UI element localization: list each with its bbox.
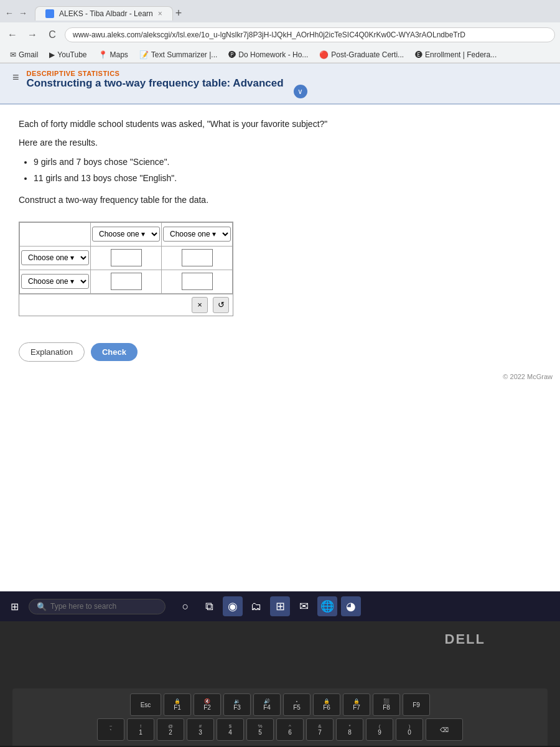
- key-9[interactable]: ( 9: [366, 718, 393, 741]
- taskbar-files[interactable]: 🗂: [246, 596, 266, 616]
- row-header-1-cell[interactable]: Choose one ▾ Boy Girl Total Science Engl…: [20, 246, 91, 270]
- key-f4[interactable]: 🔊 F4: [253, 693, 281, 716]
- undo-button[interactable]: ↺: [213, 297, 229, 313]
- gmail-icon: ✉: [10, 50, 16, 59]
- main-content: ≡ DESCRIPTIVE STATISTICS Constructing a …: [0, 63, 560, 591]
- clear-button[interactable]: ×: [192, 297, 208, 313]
- copyright: © 2022 McGraw: [0, 370, 560, 383]
- row-header-1-select[interactable]: Choose one ▾ Boy Girl Total Science Engl…: [21, 250, 89, 265]
- menu-icon[interactable]: ≡: [12, 71, 19, 84]
- tab-bar: ← → ALEKS - Tiba Albadr - Learn × +: [0, 0, 560, 22]
- key-1[interactable]: ! 1: [127, 718, 154, 741]
- key-5[interactable]: % 5: [246, 718, 274, 741]
- key-f1[interactable]: 🔒 F1: [164, 693, 191, 716]
- row-header-2-select[interactable]: Choose one ▾ Boy Girl Total Science Engl…: [21, 274, 89, 289]
- data-cell-2-1[interactable]: [91, 270, 162, 293]
- key-esc[interactable]: Esc: [130, 693, 161, 716]
- key-f3[interactable]: 🔉 F3: [223, 693, 251, 716]
- taskbar-other[interactable]: ◕: [341, 596, 361, 616]
- key-7[interactable]: & 7: [306, 718, 334, 741]
- data-cell-2-2[interactable]: [162, 270, 233, 293]
- window-controls[interactable]: ← →: [5, 8, 27, 18]
- homework-icon: 🅟: [228, 50, 236, 59]
- bookmark-summarizer-label: Text Summarizer |...: [151, 50, 217, 59]
- back-nav[interactable]: ←: [5, 8, 14, 18]
- taskbar-search[interactable]: 🔍: [29, 599, 166, 614]
- problem-text-1: Each of forty middle school students was…: [19, 117, 541, 131]
- bookmark-gmail-label: Gmail: [19, 50, 38, 59]
- table-header-row: Choose one ▾ Boy Girl Total Science Engl…: [20, 222, 233, 246]
- taskbar: ⊞ 🔍 ○ ⧉ ◉ 🗂 ⊞ ✉ 🌐 ◕: [0, 591, 560, 621]
- bookmark-enrollment[interactable]: 🅔 Enrollment | Federa...: [410, 49, 502, 60]
- key-f9[interactable]: F9: [403, 693, 430, 716]
- taskbar-cortana[interactable]: ○: [175, 596, 195, 616]
- key-3[interactable]: # 3: [187, 718, 214, 741]
- tab-favicon: [45, 9, 54, 18]
- col-header-2-select[interactable]: Choose one ▾ Boy Girl Total Science Engl…: [163, 227, 231, 242]
- taskbar-mail[interactable]: ✉: [294, 596, 314, 616]
- new-tab-button[interactable]: +: [175, 7, 182, 20]
- table-row-2: Choose one ▾ Boy Girl Total Science Engl…: [20, 270, 233, 293]
- key-backspace[interactable]: ⌫: [426, 718, 463, 741]
- key-0[interactable]: ) 0: [396, 718, 423, 741]
- input-2-2[interactable]: [182, 273, 213, 290]
- aleks-title-area: DESCRIPTIVE STATISTICS Constructing a tw…: [27, 70, 284, 90]
- data-cell-1-2[interactable]: [162, 246, 233, 270]
- taskbar-search-input[interactable]: [50, 602, 150, 611]
- bookmark-maps-label: Maps: [110, 50, 128, 59]
- bookmark-postgrad[interactable]: 🔴 Post-Graduate Certi...: [314, 49, 409, 60]
- key-f5[interactable]: • F5: [283, 693, 310, 716]
- bookmark-maps[interactable]: 📍 Maps: [93, 49, 133, 60]
- data-cell-1-1[interactable]: [91, 246, 162, 270]
- back-button[interactable]: ←: [5, 29, 20, 40]
- tab-title: ALEKS - Tiba Albadr - Learn: [59, 9, 153, 18]
- windows-start-button[interactable]: ⊞: [5, 597, 24, 616]
- key-8[interactable]: * 8: [336, 718, 363, 741]
- key-f7[interactable]: 🔒 F7: [343, 693, 370, 716]
- table-row-1: Choose one ▾ Boy Girl Total Science Engl…: [20, 246, 233, 270]
- taskbar-windows[interactable]: ⊞: [270, 596, 290, 616]
- table-action-row: × ↺: [19, 294, 233, 316]
- key-backtick[interactable]: ~ `: [97, 718, 124, 741]
- input-1-2[interactable]: [182, 249, 213, 266]
- bookmark-homework[interactable]: 🅟 Do Homework - Ho...: [223, 49, 313, 60]
- taskbar-multitask[interactable]: ⧉: [199, 596, 219, 616]
- url-text: www-awu.aleks.com/alekscgi/x/lsl.exe/1o_…: [73, 31, 465, 39]
- bookmark-enrollment-label: Enrollment | Federa...: [425, 50, 497, 59]
- key-f6[interactable]: 🔒 F6: [313, 693, 340, 716]
- url-bar[interactable]: www-awu.aleks.com/alekscgi/x/lsl.exe/1o_…: [65, 27, 555, 42]
- problem-content: Each of forty middle school students was…: [0, 105, 560, 334]
- bullet-2: 11 girls and 13 boys chose "English".: [34, 171, 541, 185]
- bookmark-summarizer[interactable]: 📝 Text Summarizer |...: [134, 49, 222, 60]
- col-header-1-cell[interactable]: Choose one ▾ Boy Girl Total Science Engl…: [91, 222, 162, 246]
- bottom-buttons: Explanation Check: [0, 334, 560, 370]
- key-f2[interactable]: 🔇 F2: [194, 693, 221, 716]
- taskbar-edge[interactable]: ◉: [223, 596, 243, 616]
- maps-icon: 📍: [98, 50, 108, 59]
- bookmark-youtube[interactable]: ▶ YouTube: [44, 49, 91, 60]
- key-2[interactable]: @ 2: [157, 718, 184, 741]
- active-tab[interactable]: ALEKS - Tiba Albadr - Learn ×: [35, 6, 173, 21]
- input-2-1[interactable]: [111, 273, 142, 290]
- bookmark-gmail[interactable]: ✉ Gmail: [5, 49, 43, 60]
- col-header-1-select[interactable]: Choose one ▾ Boy Girl Total Science Engl…: [92, 227, 160, 242]
- explanation-button[interactable]: Explanation: [19, 342, 85, 362]
- expand-button[interactable]: ∨: [294, 85, 307, 98]
- problem-text-2: Here are the results.: [19, 136, 541, 149]
- key-4[interactable]: $ 4: [217, 718, 244, 741]
- check-button[interactable]: Check: [91, 343, 138, 361]
- row-header-2-cell[interactable]: Choose one ▾ Boy Girl Total Science Engl…: [20, 270, 91, 293]
- bookmark-postgrad-label: Post-Graduate Certi...: [331, 50, 404, 59]
- forward-nav[interactable]: →: [19, 8, 27, 18]
- postgrad-icon: 🔴: [319, 50, 329, 59]
- input-1-1[interactable]: [111, 249, 142, 266]
- col-header-2-cell[interactable]: Choose one ▾ Boy Girl Total Science Engl…: [162, 222, 233, 246]
- bullet-1: 9 girls and 7 boys chose "Science".: [34, 155, 541, 169]
- key-f8[interactable]: ⬛ F8: [373, 693, 400, 716]
- function-key-row: Esc 🔒 F1 🔇 F2 🔉 F3 🔊 F4 • F5: [19, 693, 541, 716]
- key-6[interactable]: ^ 6: [276, 718, 304, 741]
- tab-close-btn[interactable]: ×: [158, 9, 162, 18]
- taskbar-chrome[interactable]: 🌐: [317, 596, 337, 616]
- refresh-button[interactable]: C: [45, 29, 60, 40]
- forward-button[interactable]: →: [25, 29, 40, 40]
